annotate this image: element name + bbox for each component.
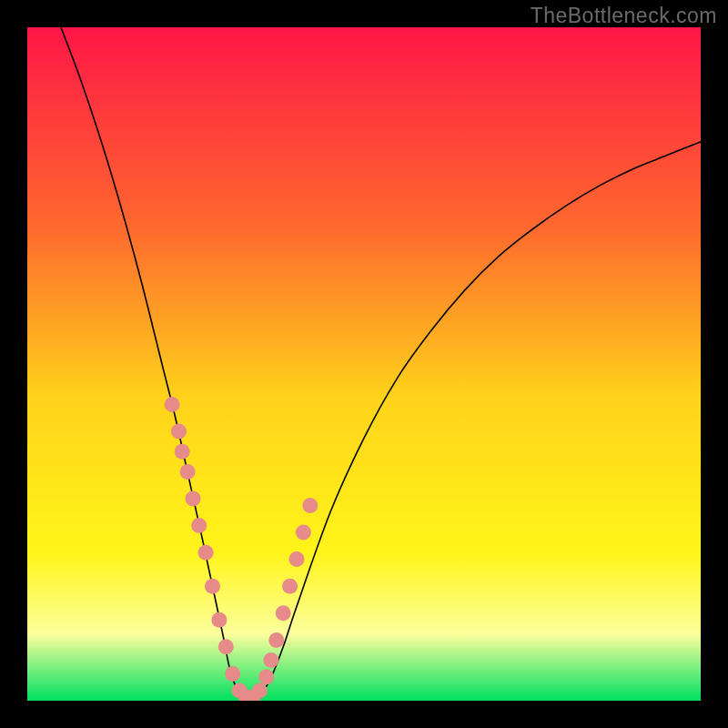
highlight-dot — [191, 518, 207, 533]
highlight-dot — [268, 632, 284, 648]
highlight-dot — [282, 579, 298, 594]
highlight-dot — [225, 666, 240, 682]
highlight-dot — [302, 498, 318, 513]
highlight-dot — [180, 464, 196, 480]
highlight-dot — [252, 682, 268, 698]
highlight-dot — [211, 612, 227, 628]
highlight-dot — [276, 605, 291, 621]
highlight-dots-group — [165, 397, 318, 701]
highlight-dot — [218, 639, 234, 654]
highlight-dot — [186, 491, 201, 507]
highlight-dot — [165, 397, 180, 412]
chart-container: TheBottleneck.com — [0, 0, 728, 728]
highlight-dot — [258, 670, 274, 685]
bottleneck-curve — [61, 27, 701, 698]
highlight-dot — [171, 424, 187, 440]
highlight-dot — [198, 545, 214, 561]
highlight-dot — [296, 525, 311, 541]
highlight-dot — [175, 444, 190, 460]
highlight-dot — [289, 551, 305, 567]
curve-layer — [27, 27, 701, 701]
attribution-watermark: TheBottleneck.com — [531, 4, 717, 28]
highlight-dot — [205, 579, 220, 594]
plot-area — [27, 27, 701, 701]
highlight-dot — [263, 652, 278, 668]
